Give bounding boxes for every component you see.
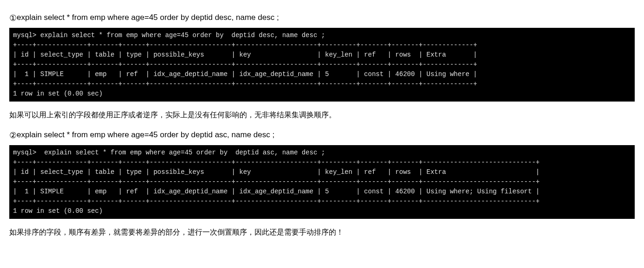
t1-border-bot: +----+-------------+-------+------+-----… bbox=[13, 80, 477, 88]
t1-prompt: mysql> explain select * from emp where a… bbox=[13, 32, 325, 39]
t2-border-mid: +----+-------------+-------+------+-----… bbox=[13, 178, 540, 185]
t1-footer: 1 row in set (0.00 sec) bbox=[13, 90, 103, 97]
t1-border-top: +----+-------------+-------+------+-----… bbox=[13, 41, 477, 49]
explanation-1: 如果可以用上索引的字段都使用正序或者逆序，实际上是没有任何影响的，无非将结果集调… bbox=[9, 109, 635, 121]
terminal-output-1: mysql> explain select * from emp where a… bbox=[9, 28, 635, 102]
marker-2: ② bbox=[9, 130, 17, 140]
t1-border-mid: +----+-------------+-------+------+-----… bbox=[13, 61, 477, 68]
t1-data: | 1 | SIMPLE | emp | ref | idx_age_depti… bbox=[13, 70, 477, 78]
t2-border-bot: +----+-------------+-------+------+-----… bbox=[13, 198, 540, 205]
marker-1: ① bbox=[9, 13, 17, 23]
explanation-2: 如果排序的字段，顺序有差异，就需要将差异的部分，进行一次倒置顺序，因此还是需要手… bbox=[9, 226, 635, 238]
t2-footer: 1 row in set (0.00 sec) bbox=[13, 207, 103, 215]
t2-border-top: +----+-------------+-------+------+-----… bbox=[13, 159, 540, 166]
query-line-1: ①explain select * from emp where age=45 … bbox=[9, 13, 635, 23]
query-text-2: explain select * from emp where age=45 o… bbox=[17, 130, 274, 139]
t1-header: | id | select_type | table | type | poss… bbox=[13, 51, 477, 58]
t2-prompt: mysql> explain select * from emp where a… bbox=[13, 149, 325, 156]
query-text-1: explain select * from emp where age=45 o… bbox=[17, 13, 279, 22]
query-line-2: ②explain select * from emp where age=45 … bbox=[9, 130, 635, 140]
t2-header: | id | select_type | table | type | poss… bbox=[13, 168, 540, 176]
t2-data: | 1 | SIMPLE | emp | ref | idx_age_depti… bbox=[13, 188, 540, 195]
terminal-output-2: mysql> explain select * from emp where a… bbox=[9, 145, 635, 219]
